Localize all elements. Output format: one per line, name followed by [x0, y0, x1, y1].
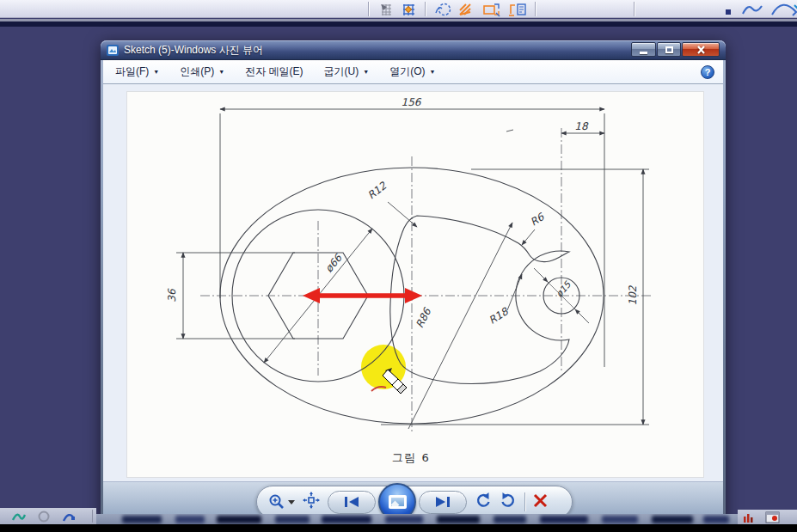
- taskbar-item: [602, 516, 638, 523]
- dim-width-label: 156: [402, 96, 422, 108]
- dim-height-label: 102: [627, 284, 639, 305]
- menu-open-label: 열기(O): [389, 64, 425, 79]
- cad-toolbar: [0, 0, 797, 18]
- maximize-icon: [665, 46, 673, 53]
- menu-file-label: 파일(F): [115, 64, 149, 79]
- chevron-down-icon: [288, 499, 295, 504]
- toolbar-separator: [425, 2, 426, 16]
- dia-circle-label: ø66: [322, 251, 345, 274]
- technical-drawing: 156 18 102 36 R12 R6 R86 R18 ø66 ø15 그림 …: [127, 92, 703, 477]
- histogram-red-icon[interactable]: [743, 511, 755, 523]
- slideshow-icon: [389, 495, 407, 509]
- pill-separator: [524, 492, 525, 511]
- toolbar-separator: [368, 2, 369, 16]
- toolbar-separator: [535, 2, 536, 16]
- snap-to-grid-icon[interactable]: [401, 2, 416, 17]
- taskbar-item: [385, 516, 423, 523]
- menu-open[interactable]: 열기(O) ▼: [389, 64, 435, 79]
- menu-email-label: 전자 메일(E): [245, 64, 303, 79]
- menu-file[interactable]: 파일(F) ▼: [115, 64, 159, 79]
- help-icon: ?: [705, 67, 711, 77]
- screen-letterbox: [0, 524, 797, 532]
- taskbar-item: [122, 516, 162, 523]
- menu-email[interactable]: 전자 메일(E): [245, 64, 303, 79]
- sketch-analysis-icon[interactable]: [433, 2, 449, 17]
- dim-offset-label: 18: [574, 120, 589, 132]
- photo-viewer-window: Sketch (5)-Windows 사진 뷰어 파일(F) ▼ 인쇄(P) ▼…: [101, 40, 726, 524]
- rotate-ccw-button[interactable]: [475, 492, 492, 512]
- close-icon: [696, 46, 706, 54]
- taskbar-item: [437, 516, 480, 523]
- taskbar-item: [275, 516, 310, 523]
- next-icon: [435, 496, 451, 508]
- toolbar-separator: [634, 2, 635, 16]
- dim-hex-label: 36: [166, 288, 178, 303]
- taskbar-item: [322, 516, 371, 523]
- r6-label: R6: [528, 211, 547, 229]
- hatch-icon[interactable]: [457, 2, 473, 17]
- taskbar-item: [652, 516, 693, 523]
- rotate-cw-button[interactable]: [500, 492, 517, 512]
- titlebar[interactable]: Sketch (5)-Windows 사진 뷰어: [101, 40, 726, 60]
- chevron-down-icon: ▼: [218, 69, 224, 75]
- zoom-button[interactable]: [268, 493, 295, 511]
- photo-viewer-icon: [107, 45, 119, 56]
- maximize-button[interactable]: [657, 42, 681, 57]
- chevron-down-icon: ▼: [153, 69, 159, 75]
- spline-icon[interactable]: [741, 2, 757, 17]
- circle-gray-icon[interactable]: [38, 511, 50, 523]
- r86-label: R86: [414, 305, 434, 330]
- viewer-content: 156 18 102 36 R12 R6 R86 R18 ø66 ø15 그림 …: [103, 84, 723, 481]
- menubar: 파일(F) ▼ 인쇄(P) ▼ 전자 메일(E) 굽기(U) ▼ 열기(O) ▼…: [103, 60, 723, 84]
- taskbar-item: [703, 516, 729, 523]
- previous-button[interactable]: [328, 491, 376, 514]
- toolbar-separator: [92, 510, 93, 523]
- centerlines: [200, 128, 653, 431]
- dimension-lines: [176, 109, 649, 429]
- toolbar-shadow: [0, 21, 797, 27]
- window-title: Sketch (5)-Windows 사진 뷰어: [124, 43, 263, 58]
- cad-bottom-toolbar-right: [738, 510, 797, 524]
- close-button[interactable]: [682, 42, 720, 57]
- cad-bottom-toolbar-left: [0, 508, 96, 524]
- rotate-cw-icon: [500, 492, 517, 509]
- previous-icon: [344, 496, 359, 508]
- rotate-ccw-icon: [475, 492, 492, 509]
- photo-image: 156 18 102 36 R12 R6 R86 R18 ø66 ø15 그림 …: [127, 92, 703, 477]
- delete-button[interactable]: [533, 493, 548, 511]
- minimize-icon: [640, 52, 647, 54]
- help-button[interactable]: ?: [701, 65, 714, 79]
- taskbar-item: [175, 516, 205, 523]
- curve-blue-icon[interactable]: [62, 511, 76, 523]
- window-alert-icon[interactable]: [765, 511, 781, 523]
- animate-constraint-icon[interactable]: [481, 2, 497, 17]
- r18-label: R18: [487, 305, 512, 327]
- menu-print[interactable]: 인쇄(P) ▼: [180, 64, 224, 79]
- next-button[interactable]: [419, 491, 467, 514]
- actual-size-button[interactable]: [303, 492, 320, 512]
- blurred-taskbar: [96, 514, 738, 524]
- taskbar-item: [540, 516, 588, 523]
- constraint-dialog-icon[interactable]: [507, 2, 523, 17]
- figure-caption: 그림 6: [392, 451, 430, 464]
- menu-print-label: 인쇄(P): [180, 64, 214, 79]
- menu-burn[interactable]: 굽기(U) ▼: [324, 64, 370, 79]
- chevron-down-icon: ▼: [429, 69, 435, 75]
- magnifier-icon: [268, 493, 285, 511]
- grid-pointer-icon[interactable]: [378, 2, 394, 17]
- menu-burn-label: 굽기(U): [324, 64, 359, 79]
- arc-icon[interactable]: [770, 2, 786, 17]
- minimize-button[interactable]: [631, 42, 656, 57]
- r12-label: R12: [365, 179, 389, 201]
- spline-teal-icon[interactable]: [12, 511, 26, 523]
- delete-icon: [533, 493, 548, 508]
- taskbar-item: [494, 516, 526, 523]
- taskbar-item: [217, 516, 261, 523]
- chevron-down-icon: ▼: [363, 69, 369, 75]
- actual-size-icon: [303, 492, 320, 509]
